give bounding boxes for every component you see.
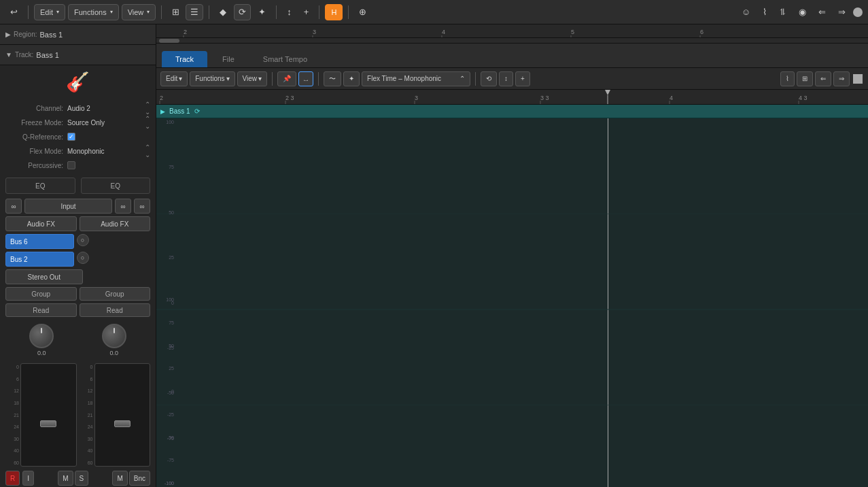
channel-stepper[interactable]: ⌃⌄ xyxy=(145,101,150,116)
s-btn[interactable]: S xyxy=(75,471,89,486)
loop-btn[interactable]: ⟳ xyxy=(234,4,251,20)
link-btn-3[interactable]: ∞ xyxy=(134,199,150,214)
bus6-routing-btn[interactable]: ○ xyxy=(77,234,89,246)
tempo-btn-1[interactable]: ⟲ xyxy=(481,71,497,86)
tab-track[interactable]: Track xyxy=(162,51,207,67)
waveform-btn[interactable]: ⌇ xyxy=(758,4,771,20)
grid-btn-1[interactable]: ⊞ xyxy=(167,4,184,20)
properties-panel: Channel: Audio 2 ⌃⌄ Freeze Mode: Source … xyxy=(0,98,156,175)
input-btn[interactable]: Input xyxy=(24,199,112,214)
flex-marker-btn[interactable]: ✦ xyxy=(343,71,360,86)
fader-thumb-right[interactable] xyxy=(114,420,131,427)
tab-track-label: Track xyxy=(175,55,194,63)
pointer-btn[interactable]: ↕ xyxy=(282,4,296,20)
back-arrow-btn[interactable]: ⇐ xyxy=(814,4,831,20)
link-btn-2[interactable]: ∞ xyxy=(115,199,131,214)
flex-stepper[interactable]: ⌃⌄ xyxy=(145,144,150,158)
tab-file[interactable]: File xyxy=(209,51,248,67)
pencil-tool-btn[interactable]: + xyxy=(515,71,530,86)
edit-btn-editor[interactable]: Edit ▾ xyxy=(160,71,188,86)
view-btn-editor[interactable]: View ▾ xyxy=(237,71,268,86)
functions-label-ed: Functions xyxy=(195,75,224,82)
flex-row: Flex Mode: Monophonic ⌃⌄ xyxy=(5,145,150,157)
divider-6 xyxy=(348,5,349,19)
region-play-icon: ▶ xyxy=(160,108,165,115)
region-bar: ▶ Bass 1 ⟳ xyxy=(156,105,868,118)
editor-toolbar: Edit ▾ Functions ▾ View ▾ 📌 ⎵ 〜 ✦ Flex T… xyxy=(156,68,868,90)
arrow-ed-right[interactable]: ⇒ xyxy=(833,71,850,86)
channel-label: Channel: xyxy=(5,105,63,112)
audio-fx-right[interactable]: Audio FX xyxy=(80,216,151,231)
region-chevron-icon[interactable]: ▶ xyxy=(5,31,11,38)
cursor-height-btn[interactable]: ⥮ xyxy=(774,4,791,20)
master-vol[interactable] xyxy=(853,7,863,17)
eq-left[interactable]: EQ xyxy=(5,178,75,194)
fader-channel-right: 0 6 12 18 21 24 30 40 60 xyxy=(80,363,151,467)
link-btn-1[interactable]: ∞ xyxy=(5,199,22,214)
group-btn-right[interactable]: Group xyxy=(80,287,151,301)
stereo-out-btn[interactable]: Stereo Out xyxy=(5,269,83,284)
functions-label: Functions xyxy=(74,8,107,16)
view-menu-button[interactable]: View ▾ xyxy=(122,4,156,20)
i-btn[interactable]: I xyxy=(22,471,34,486)
svg-marker-22 xyxy=(605,90,610,95)
stereo-out-row: Stereo Out xyxy=(5,269,150,284)
flex-active-btn[interactable]: ⎵ xyxy=(298,71,313,86)
functions-arrow: ▾ xyxy=(110,9,113,15)
smiley-btn[interactable]: ☺ xyxy=(737,4,755,20)
bnc-btn[interactable]: Bnc xyxy=(129,471,150,486)
audio-fx-left[interactable]: Audio FX xyxy=(5,216,77,231)
divider-4 xyxy=(276,5,277,19)
fader-thumb-left[interactable] xyxy=(40,420,56,427)
bus2-btn[interactable]: Bus 2 xyxy=(5,252,74,267)
zoom-btn[interactable]: ⊕ xyxy=(354,4,371,20)
orange-mode-btn[interactable]: H xyxy=(325,4,343,20)
r-btn-left[interactable]: R xyxy=(5,471,20,486)
back-button[interactable]: ↩ xyxy=(5,4,22,20)
flex-btn[interactable]: ✦ xyxy=(254,4,271,20)
bus2-routing-btn[interactable]: ○ xyxy=(77,252,89,264)
skip-btn[interactable]: ⊞ xyxy=(797,71,813,86)
pencil-btn[interactable]: + xyxy=(299,4,314,20)
fader-track-right[interactable] xyxy=(94,363,151,467)
m-btn-left[interactable]: M xyxy=(58,471,73,486)
waveform-mode-btn[interactable]: 〜 xyxy=(324,71,341,86)
freeze-stepper[interactable]: ⌃⌄ xyxy=(145,115,150,130)
arrow-ed-left[interactable]: ⇐ xyxy=(815,71,831,86)
functions-btn-editor[interactable]: Functions ▾ xyxy=(190,71,235,86)
read-btn-left[interactable]: Read xyxy=(5,303,77,317)
marker-btn[interactable]: ◆ xyxy=(215,4,231,20)
flex-mode-value: Monophonic xyxy=(67,148,145,155)
master-knob-ed[interactable] xyxy=(853,74,863,84)
m-btn-right[interactable]: M xyxy=(112,471,127,486)
tab-smart-tempo[interactable]: Smart Tempo xyxy=(249,51,321,67)
grid-btn-2[interactable]: ☰ xyxy=(186,4,203,20)
audio-fx-row: Audio FX Audio FX xyxy=(5,216,150,231)
waveform-display: ▶ Bass 1 ⟳ xyxy=(156,105,868,487)
pan-knob-right[interactable] xyxy=(102,324,126,348)
eq-right[interactable]: EQ xyxy=(81,178,151,194)
pan-knob-left[interactable] xyxy=(29,324,54,348)
flex-pin-btn[interactable]: 📌 xyxy=(277,71,296,86)
knob-row: 0.0 0.0 xyxy=(0,320,156,360)
group-btn-left[interactable]: Group xyxy=(5,287,77,301)
waveform-view-btn[interactable]: ⌇ xyxy=(780,71,795,86)
volume-btn[interactable]: ◉ xyxy=(794,4,811,20)
qref-checkbox[interactable]: ✓ xyxy=(67,133,75,141)
read-btn-right[interactable]: Read xyxy=(80,303,151,317)
pointer-tool-btn[interactable]: ↕ xyxy=(499,71,513,86)
eq-section: EQ EQ xyxy=(0,175,156,196)
flex-time-dropdown[interactable]: Flex Time – Monophonic ⌃ xyxy=(362,71,470,86)
track-chevron-icon[interactable]: ▼ xyxy=(5,51,12,58)
scrollbar-thumb-top[interactable] xyxy=(159,39,179,43)
percussive-checkbox[interactable] xyxy=(67,161,75,169)
functions-menu-button[interactable]: Functions ▾ xyxy=(68,4,119,20)
svg-text:2 3: 2 3 xyxy=(285,95,294,101)
fwd-arrow-btn[interactable]: ⇒ xyxy=(833,4,850,20)
fader-track-left[interactable] xyxy=(20,363,77,467)
bus2-row: Bus 2 ○ xyxy=(5,252,150,267)
bus6-btn[interactable]: Bus 6 xyxy=(5,234,74,249)
top-scrollbar[interactable] xyxy=(156,38,868,44)
edit-menu-button[interactable]: Edit ▾ xyxy=(34,4,65,20)
divider-1 xyxy=(28,5,29,19)
